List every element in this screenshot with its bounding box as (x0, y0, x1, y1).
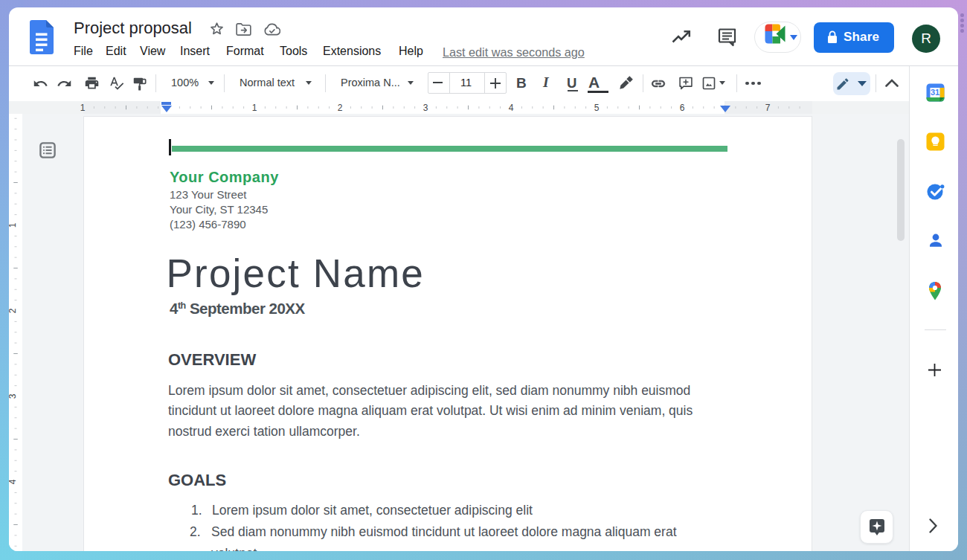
svg-text:31: 31 (931, 88, 939, 97)
